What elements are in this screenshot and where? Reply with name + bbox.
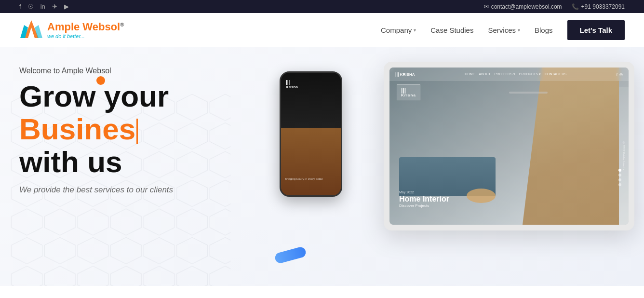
phone-mockup: ||| Krisha Bringing luxury in every deta… bbox=[280, 71, 342, 197]
nav-services[interactable]: Services ▾ bbox=[488, 26, 520, 34]
coffee-table bbox=[467, 189, 496, 203]
caption-title: Home Interior bbox=[399, 195, 449, 203]
hero-text: Welcome to Ample Websol Grow your Busine… bbox=[19, 67, 173, 196]
desktop-mockup: ||| KRISHA HOME ABOUT PROJECTS ▾ PRODUCT… bbox=[384, 62, 634, 230]
instagram-icon[interactable]: ☉ bbox=[28, 3, 34, 10]
desktop-sidebar: © 2022 Krisha Interior bbox=[619, 87, 629, 225]
social-links[interactable]: f ☉ in ✈ ▶ bbox=[19, 3, 69, 10]
hero-section: Welcome to Ample Websol Grow your Busine… bbox=[0, 47, 644, 286]
topbar: f ☉ in ✈ ▶ ✉ contact@amplewebsol.com 📞 +… bbox=[0, 0, 644, 13]
linkedin-icon[interactable]: in bbox=[40, 3, 45, 10]
mini-social: f ◎ bbox=[617, 72, 623, 77]
hero-subtitle: We provide the best services to our clie… bbox=[19, 184, 173, 196]
contact-info: ✉ contact@amplewebsol.com 📞 +91 90333720… bbox=[484, 3, 625, 10]
whatsapp-icon[interactable]: ✈ bbox=[52, 3, 57, 10]
staircase bbox=[523, 68, 619, 225]
nav-case-studies[interactable]: Case Studies bbox=[430, 26, 473, 34]
logo-tagline: we do it better... bbox=[47, 33, 124, 39]
mini-logo: ||| KRISHA bbox=[395, 72, 415, 77]
phone-dark-area: ||| Krisha bbox=[281, 73, 341, 134]
logo-icon bbox=[19, 18, 43, 42]
lets-talk-button[interactable]: Let's Talk bbox=[567, 20, 625, 40]
mini-nav: HOME ABOUT PROJECTS ▾ PRODUCTS ▾ CONTACT… bbox=[465, 72, 566, 76]
desktop-mini-navbar: ||| KRISHA HOME ABOUT PROJECTS ▾ PRODUCT… bbox=[389, 68, 629, 81]
navbar: Ample Websol® we do it better... Company… bbox=[0, 13, 644, 47]
nav-blogs[interactable]: Blogs bbox=[535, 26, 553, 34]
blue-pill-shape bbox=[274, 246, 307, 264]
company-name: Ample Websol® bbox=[47, 21, 124, 33]
lamp bbox=[509, 92, 548, 94]
phone-logo: ||| Krisha bbox=[286, 80, 298, 89]
nav-links: Company ▾ Case Studies Services ▾ Blogs … bbox=[381, 20, 625, 40]
phone-icon: 📞 bbox=[572, 3, 579, 10]
facebook-icon[interactable]: f bbox=[19, 3, 21, 10]
phone-content: Bringing luxury in every detail bbox=[285, 177, 322, 181]
phone-warm-area bbox=[281, 128, 341, 195]
mini-fb-icon: f bbox=[617, 72, 617, 77]
krisha-logo-box: ||| Krisha bbox=[397, 84, 420, 100]
phone-contact: 📞 +91 9033372091 bbox=[572, 3, 625, 10]
hero-title: Grow your Busines with us bbox=[19, 80, 173, 179]
youtube-icon[interactable]: ▶ bbox=[64, 3, 69, 10]
chevron-down-icon: ▾ bbox=[518, 27, 520, 33]
mini-ig-icon: ◎ bbox=[619, 72, 623, 77]
desktop-screen: ||| KRISHA HOME ABOUT PROJECTS ▾ PRODUCT… bbox=[389, 68, 629, 225]
caption-subtitle: Discover Projects bbox=[399, 203, 449, 208]
logo-text: Ample Websol® we do it better... bbox=[47, 21, 124, 39]
phone-screen: ||| Krisha Bringing luxury in every deta… bbox=[281, 73, 341, 195]
email-icon: ✉ bbox=[484, 3, 489, 10]
caption-date: May 2022 bbox=[399, 190, 449, 194]
desktop-caption: May 2022 Home Interior Discover Projects bbox=[399, 190, 449, 208]
cursor-blink bbox=[136, 119, 138, 144]
nav-company[interactable]: Company ▾ bbox=[381, 26, 416, 34]
logo[interactable]: Ample Websol® we do it better... bbox=[19, 18, 124, 42]
hero-welcome: Welcome to Ample Websol bbox=[19, 67, 173, 75]
hero-orange-text: Busines bbox=[19, 112, 135, 146]
chevron-down-icon: ▾ bbox=[414, 27, 416, 33]
email-contact: ✉ contact@amplewebsol.com bbox=[484, 3, 562, 10]
side-label: © 2022 Krisha Interior bbox=[622, 141, 625, 170]
